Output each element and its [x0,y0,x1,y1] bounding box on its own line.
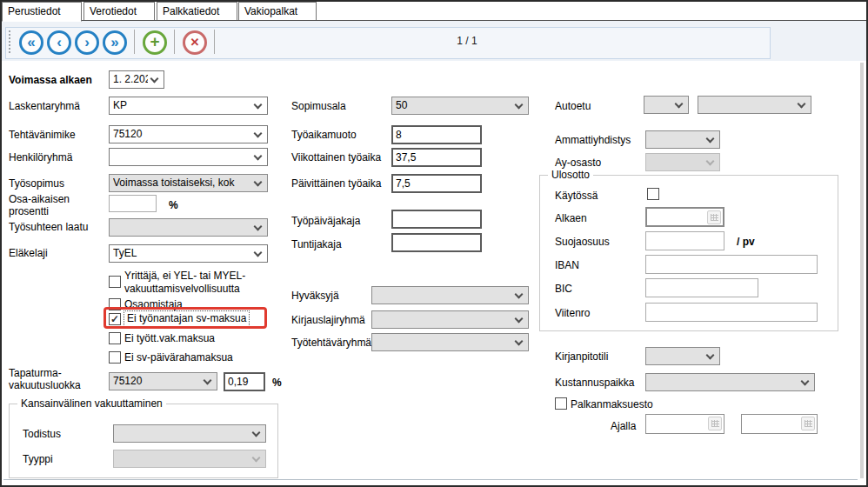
kustannuspaikka-select[interactable] [645,373,815,391]
bottom-divider [3,479,858,480]
tab-vakiopalkat[interactable]: Vakiopalkat [238,2,317,20]
yrittaja-checkbox-label: Yrittäjä, ei YEL- tai MYEL-vakuuttamisve… [124,270,274,296]
henkiloryhma-label: Henkilöryhmä [9,151,72,163]
tyyppi-select[interactable] [113,450,266,468]
voimassa-alkaen-select[interactable]: 1. 2.2021 [109,70,164,89]
iban-input[interactable] [645,255,818,274]
next-record-button[interactable]: › [75,30,99,55]
calendar-icon[interactable] [801,417,815,430]
tyoaikamuoto-input[interactable] [391,125,482,144]
suojaosuus-suffix: / pv [737,236,755,248]
last-record-icon: » [105,33,124,51]
sopimusala-value: 50 [396,99,512,111]
first-record-icon: « [22,33,41,51]
yrittaja-checkbox[interactable] [109,276,121,288]
toolbar-drag-handle[interactable] [9,30,10,53]
ei-sv-paivarahamaksua-label: Ei sv-päivärahamaksua [124,351,233,364]
ajalla-start-date-input[interactable] [645,414,724,434]
ay-osasto-select[interactable] [645,153,720,171]
tyosuhteen-laatu-select[interactable] [109,218,268,237]
calendar-icon[interactable] [707,210,721,224]
ei-tyott-vak-maksua-checkbox[interactable] [109,332,121,344]
app-window: Perustiedot Verotiedot Palkkatiedot Vaki… [0,0,868,487]
previous-record-icon: ‹ [50,33,69,51]
hyvaksyja-select[interactable] [371,286,529,304]
osa-aikainen-input[interactable] [109,195,157,212]
bic-label: BIC [555,283,572,295]
tyotehtavaryhma-select[interactable] [371,333,529,351]
kirjauslajiryhma-select[interactable] [371,310,529,329]
ajalla-end-date-input[interactable] [741,414,818,434]
tapaturma-luokka-select[interactable]: 75120 [109,372,217,390]
delete-record-button[interactable]: ✕ [183,30,207,55]
tab-verotiedot[interactable]: Verotiedot [83,2,155,20]
ay-osasto-label: Ay-osasto [555,157,601,169]
chevron-down-icon [515,337,524,346]
chevron-down-icon [204,377,212,385]
kaytossa-checkbox[interactable] [647,188,659,200]
autoetu-type-select[interactable] [644,96,689,114]
chevron-down-icon [254,178,263,187]
tabbar-border [2,20,866,21]
viikottainen-tyoaika-label: Viikottainen työaika [291,151,381,163]
chevron-down-icon [252,454,261,463]
tuntijakaja-input[interactable] [391,233,482,252]
ei-tyonantajan-sv-maksua-checkbox[interactable]: ✓ [109,313,121,325]
viikottainen-tyoaika-input[interactable] [391,148,482,167]
elakelaji-select[interactable]: TyEL [109,244,268,263]
vertical-scrollbar[interactable] [860,63,864,478]
ammattiyhdistys-select[interactable] [645,130,720,149]
tapaturma-label: Tapaturma-vakuutusluokka [9,367,104,391]
tapaturma-luokka-value: 75120 [113,375,201,387]
tehtavanimike-select[interactable]: 75120 [109,125,268,143]
osa-aikainen-label: Osa-aikaisen prosentti [9,193,96,217]
first-record-button[interactable]: « [19,30,43,55]
laskentaryhma-select[interactable]: KP [109,97,268,115]
tyyppi-label: Tyyppi [23,453,53,465]
kustannuspaikka-label: Kustannuspaikka [555,377,634,389]
previous-record-button[interactable]: ‹ [47,30,71,55]
voimassa-alkaen-label: Voimassa alkaen [9,74,92,86]
tab-palkkatiedot[interactable]: Palkkatiedot [157,2,237,20]
osaomistaja-checkbox[interactable] [109,298,121,310]
todistus-label: Todistus [23,428,61,440]
kirjanpitotili-select[interactable] [645,347,720,365]
suojaosuus-input[interactable] [645,231,724,250]
tab-perustiedot[interactable]: Perustiedot [2,2,82,22]
last-record-button[interactable]: » [103,30,127,55]
elakelaji-value: TyEL [113,247,251,259]
tyotehtavaryhma-label: Työtehtäväryhmä [291,337,371,349]
tyoaikamuoto-label: Työaikamuoto [291,129,357,141]
alkaen-date-input[interactable] [645,207,724,227]
tapaturma-prosentti-input[interactable] [224,372,265,391]
sopimusala-select[interactable]: 50 [391,97,529,115]
todistus-select[interactable] [113,424,266,443]
autoetu-label: Autoetu [555,100,591,112]
palkanmaksuesto-checkbox[interactable] [555,397,567,410]
chevron-down-icon [515,290,524,299]
sopimusala-label: Sopimusala [291,100,346,112]
tyosopimus-label: Työsopimus [9,177,64,190]
viitenro-input[interactable] [645,303,818,322]
henkiloryhma-select[interactable] [109,148,268,166]
tyosopimus-select[interactable]: Voimassa toistaiseksi, kok [109,174,268,192]
add-record-button[interactable]: + [143,30,167,55]
osaomistaja-checkbox-label: Osaomistaja [124,298,183,311]
iban-label: IBAN [555,259,579,271]
calendar-icon[interactable] [708,417,722,430]
tyosuhteen-laatu-label: Työsuhteen laatu [9,221,88,233]
hyvaksyja-label: Hyväksyjä [291,290,339,302]
chevron-down-icon [706,157,715,166]
chevron-down-icon [254,249,263,257]
laskentaryhma-label: Laskentaryhmä [9,100,80,112]
paivittainen-tyoaika-label: Päivittäinen työaika [291,177,381,190]
paivittainen-tyoaika-input[interactable] [391,174,482,193]
ei-sv-paivarahamaksua-checkbox[interactable] [109,351,121,364]
chevron-down-icon [254,101,263,110]
chevron-down-icon [801,377,810,386]
laskentaryhma-value: KP [113,99,251,111]
bic-input[interactable] [645,278,758,297]
tehtavanimike-label: Tehtävänimike [9,129,76,141]
autoetu-detail-select[interactable] [698,96,811,114]
tyopaivajakaja-input[interactable] [391,210,482,229]
